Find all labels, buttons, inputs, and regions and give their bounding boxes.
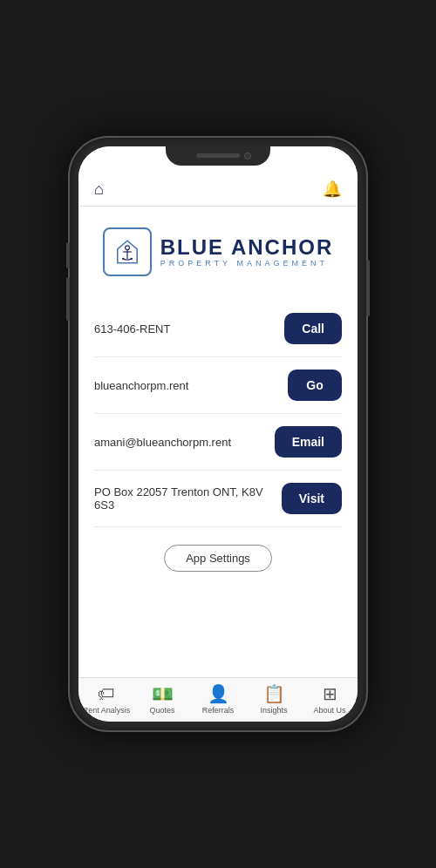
- address-label: PO Box 22057 Trenton ONT, K8V 6S3: [94, 485, 282, 512]
- speaker: [196, 153, 240, 158]
- phone-frame: ⌂ 🔔: [70, 138, 366, 730]
- about-us-icon: ⊞: [323, 683, 337, 704]
- email-label: amani@blueanchorpm.rent: [94, 436, 275, 449]
- phone-label: 613-406-RENT: [94, 322, 284, 336]
- logo-icon-container: [103, 227, 152, 276]
- tab-about-us-label: About Us: [313, 706, 345, 715]
- settings-area: App Settings: [94, 527, 342, 580]
- logo-subtitle: PROPERTY MANAGEMENT: [160, 260, 333, 268]
- rent-analysis-icon: 🏷: [98, 684, 115, 704]
- quotes-icon: 💵: [152, 683, 174, 704]
- contact-row-website: blueanchorpm.rent Go: [94, 357, 342, 414]
- top-nav: ⌂ 🔔: [78, 173, 358, 207]
- go-button[interactable]: Go: [288, 370, 342, 401]
- contact-row-phone: 613-406-RENT Call: [94, 301, 342, 357]
- tab-about-us[interactable]: ⊞ About Us: [302, 683, 358, 715]
- call-button[interactable]: Call: [284, 313, 342, 344]
- tab-insights-label: Insights: [260, 706, 287, 715]
- logo-company-name: BLUE ANCHOR: [160, 237, 333, 258]
- camera: [244, 153, 251, 159]
- contact-row-address: PO Box 22057 Trenton ONT, K8V 6S3 Visit: [94, 471, 342, 527]
- logo-area: BLUE ANCHOR PROPERTY MANAGEMENT: [94, 207, 342, 294]
- main-content: BLUE ANCHOR PROPERTY MANAGEMENT 613-406-…: [78, 207, 358, 677]
- home-icon[interactable]: ⌂: [94, 180, 104, 199]
- phone-screen: ⌂ 🔔: [78, 146, 358, 722]
- referrals-icon: 👤: [208, 683, 229, 704]
- side-button-1: [66, 242, 70, 268]
- visit-button[interactable]: Visit: [282, 483, 342, 514]
- tab-insights[interactable]: 📋 Insights: [246, 683, 302, 715]
- contact-list: 613-406-RENT Call blueanchorpm.rent Go a…: [94, 301, 342, 527]
- tab-bar: 🏷 Rent Analysis 💵 Quotes 👤 Referrals 📋 I…: [78, 677, 358, 722]
- side-button-right: [366, 260, 370, 316]
- svg-point-0: [125, 246, 129, 250]
- tab-quotes[interactable]: 💵 Quotes: [134, 683, 190, 715]
- tab-rent-analysis[interactable]: 🏷 Rent Analysis: [78, 684, 134, 715]
- contact-row-email: amani@blueanchorpm.rent Email: [94, 414, 342, 471]
- app-settings-button[interactable]: App Settings: [164, 545, 272, 572]
- side-button-2: [66, 277, 70, 321]
- insights-icon: 📋: [263, 683, 285, 704]
- tab-referrals-label: Referrals: [202, 706, 235, 715]
- email-button[interactable]: Email: [275, 426, 342, 458]
- notch: [166, 146, 270, 166]
- svg-point-4: [130, 258, 132, 260]
- tab-quotes-label: Quotes: [149, 706, 174, 715]
- anchor-svg-icon: [113, 238, 141, 266]
- tab-rent-analysis-label: Rent Analysis: [83, 706, 131, 715]
- website-label: blueanchorpm.rent: [94, 379, 288, 392]
- bell-icon[interactable]: 🔔: [323, 180, 342, 199]
- svg-point-3: [122, 258, 124, 260]
- tab-referrals[interactable]: 👤 Referrals: [190, 683, 246, 715]
- logo-text: BLUE ANCHOR PROPERTY MANAGEMENT: [160, 237, 333, 268]
